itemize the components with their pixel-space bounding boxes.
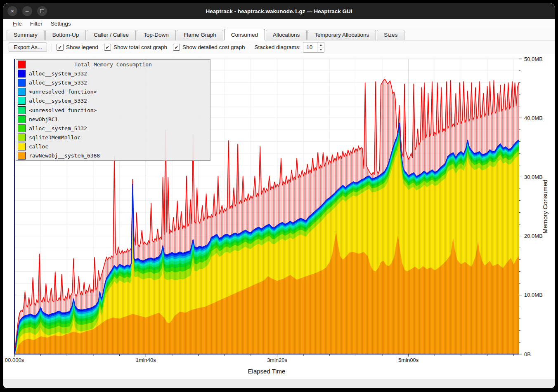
menu-file[interactable]: File — [9, 20, 26, 27]
tab-caller-callee[interactable]: Caller / Callee — [87, 30, 136, 40]
legend-item-calloc: calloc — [16, 142, 210, 151]
legend-item-label: alloc__system_5332 — [29, 80, 87, 86]
legend-title: Total Memory Consumption — [16, 61, 210, 68]
legend-item-label: <unresolved function> — [29, 107, 97, 113]
checkbox-label: Show total cost graph — [113, 44, 167, 50]
spin-up-icon[interactable]: ▲ — [317, 42, 324, 48]
titlebar: ✕ ─ Heaptrack - heaptrack.wakunode.1.gz … — [3, 3, 555, 19]
chart-legend: Total Memory Consumptionalloc__system_53… — [16, 59, 210, 161]
svg-text:1min40s: 1min40s — [136, 357, 156, 363]
stacked-diagrams-spinbox[interactable]: 10 ▲ ▼ — [303, 42, 324, 53]
legend-item-alloc-system-5332: alloc__system_5332 — [16, 124, 210, 133]
legend-item-label: calloc — [29, 143, 48, 150]
legend-swatch — [18, 134, 26, 141]
legend-item-label: rawNewObj__system_6388 — [29, 153, 100, 159]
svg-text:20,0MB: 20,0MB — [524, 233, 543, 239]
legend-item-alloc-system-5332: alloc__system_5332 — [16, 96, 210, 106]
app-window: ✕ ─ Heaptrack - heaptrack.wakunode.1.gz … — [3, 3, 555, 388]
x-axis-title: Elapsed Time — [248, 368, 286, 375]
legend-title-row: Total Memory Consumption — [16, 60, 210, 69]
legend-item-label: newObjRC1 — [29, 116, 58, 122]
legend-item-sqlite3memmalloc: sqlite3MemMalloc — [16, 133, 210, 142]
svg-text:00.000s: 00.000s — [5, 357, 24, 363]
tab-consumed[interactable]: Consumed — [224, 29, 265, 40]
menu-settings[interactable]: Settings — [47, 20, 75, 27]
legend-item-rawnewobj-system-6388: rawNewObj__system_6388 — [16, 151, 210, 160]
spin-down-icon[interactable]: ▼ — [317, 47, 324, 52]
checkbox-show-legend[interactable]: ✓Show legend — [57, 44, 98, 51]
legend-item-label: alloc__system_5332 — [29, 125, 87, 131]
legend-item-newobjrc1: newObjRC1 — [16, 115, 210, 124]
legend-swatch — [18, 106, 26, 114]
checkbox-show-detailed-cost-graph[interactable]: ✓Show detailed cost graph — [173, 44, 245, 51]
stacked-diagrams-label: Stacked diagrams: — [255, 44, 301, 50]
legend-swatch — [18, 152, 26, 160]
checkbox-label: Show detailed cost graph — [182, 44, 245, 50]
toolbar-separator — [52, 43, 52, 52]
svg-text:10,0MB: 10,0MB — [524, 292, 543, 298]
svg-text:0B: 0B — [524, 351, 531, 357]
tab-sizes[interactable]: Sizes — [377, 30, 404, 40]
legend-item-alloc-system-5332: alloc__system_5332 — [16, 78, 210, 87]
window-title: Heaptrack - heaptrack.wakunode.1.gz — He… — [3, 3, 555, 19]
legend-item-label: alloc__system_5332 — [29, 70, 87, 77]
menu-bar: FileFilterSettings — [3, 19, 555, 28]
legend-item-label: alloc__system_5332 — [29, 98, 87, 104]
svg-text:30,0MB: 30,0MB — [524, 174, 543, 180]
svg-text:50,0MB: 50,0MB — [524, 56, 543, 62]
chart-area: 00.000s1min40s3min20s5min00s0B10,0MB20,0… — [3, 54, 555, 379]
status-bar — [3, 379, 555, 388]
tab-top-down[interactable]: Top-Down — [137, 30, 176, 40]
tab-bottom-up[interactable]: Bottom-Up — [45, 30, 86, 40]
legend-swatch — [18, 124, 26, 132]
legend-item-alloc-system-5332: alloc__system_5332 — [16, 69, 210, 78]
legend-item-unresolved-function: <unresolved function> — [16, 106, 210, 115]
export-as-button[interactable]: Export As... — [9, 42, 47, 52]
legend-swatch — [18, 97, 26, 105]
legend-swatch — [18, 143, 26, 150]
y-axis-title: Memory Consumed — [541, 180, 549, 234]
stacked-diagrams-value: 10 — [303, 42, 317, 52]
svg-text:40,0MB: 40,0MB — [524, 115, 543, 121]
legend-swatch — [18, 88, 26, 96]
tab-allocations[interactable]: Allocations — [266, 30, 307, 40]
checkbox-show-total-cost-graph[interactable]: ✓Show total cost graph — [104, 44, 167, 51]
tab-bar: SummaryBottom-UpCaller / CalleeTop-DownF… — [3, 28, 555, 40]
checkbox-icon[interactable]: ✓ — [104, 44, 111, 51]
legend-item-label: <unresolved function> — [29, 89, 97, 95]
tab-summary[interactable]: Summary — [7, 30, 45, 40]
svg-text:3min20s: 3min20s — [267, 357, 288, 363]
checkbox-icon[interactable]: ✓ — [173, 44, 180, 51]
legend-item-unresolved-function: <unresolved function> — [16, 87, 210, 96]
checkbox-icon[interactable]: ✓ — [57, 44, 64, 51]
tab-flame-graph[interactable]: Flame Graph — [177, 30, 223, 40]
legend-item-label: sqlite3MemMalloc — [29, 134, 80, 141]
menu-filter[interactable]: Filter — [26, 20, 46, 27]
checkbox-label: Show legend — [66, 44, 98, 50]
svg-text:5min00s: 5min00s — [398, 357, 419, 363]
legend-swatch — [18, 115, 26, 123]
legend-swatch — [18, 70, 26, 77]
legend-swatch — [18, 79, 26, 87]
toolbar-separator — [250, 43, 250, 52]
toolbar: Export As... ✓Show legend✓Show total cos… — [3, 40, 555, 54]
tab-temporary-allocations[interactable]: Temporary Allocations — [307, 30, 376, 40]
